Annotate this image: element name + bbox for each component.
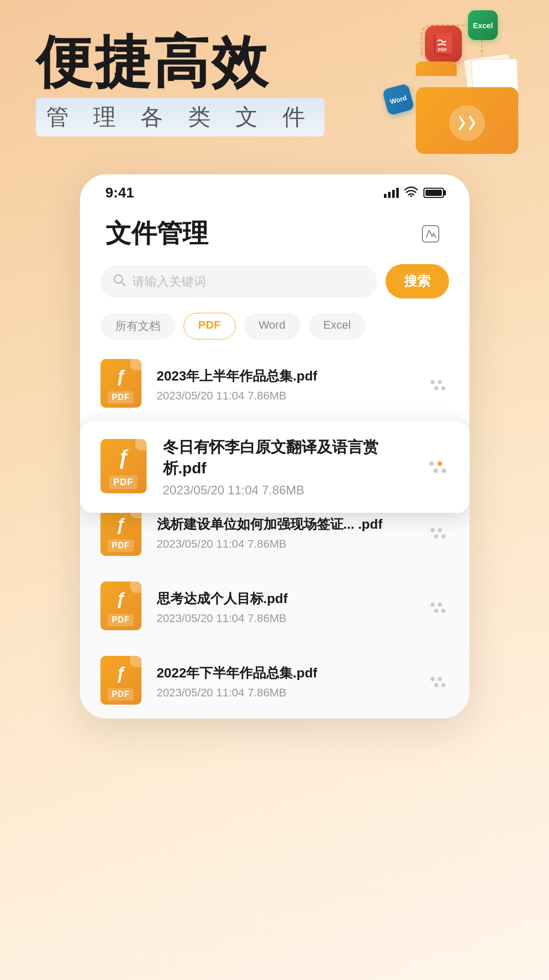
svg-point-11 <box>429 462 434 466</box>
search-placeholder: 请输入关键词 <box>132 273 206 290</box>
more-icon-5[interactable] <box>426 596 449 618</box>
pdf-label-1: PDF <box>108 391 134 404</box>
pdf-icon-5: ƒ PDF <box>100 582 147 633</box>
file-info-highlighted: 冬日有怀李白原文翻译及语言赏析.pdf 2023/05/20 11:04 7.8… <box>163 437 415 497</box>
svg-text:PDF: PDF <box>438 47 448 52</box>
status-time: 9:41 <box>106 185 134 201</box>
file-info-6: 2022年下半年作品总集.pdf 2023/05/20 11:04 7.86MB <box>157 664 416 699</box>
svg-point-23 <box>431 603 435 607</box>
file-meta-4: 2023/05/20 11:04 7.86MB <box>157 537 416 551</box>
pdf-label-4: PDF <box>108 539 134 552</box>
search-input-wrap[interactable]: 请输入关键词 <box>100 265 377 298</box>
hero-section: 便捷高效 管 理 各 类 文 件 PDF Excel Word <box>0 0 549 174</box>
svg-point-24 <box>438 603 442 607</box>
svg-point-20 <box>438 528 442 532</box>
highlighted-file-card[interactable]: ƒ PDF 冬日有怀李白原文翻译及语言赏析.pdf 2023/05/20 11:… <box>80 422 470 513</box>
app-title: 文件管理 <box>106 216 208 251</box>
file-name-6: 2022年下半年作品总集.pdf <box>157 664 416 682</box>
svg-point-28 <box>438 677 442 681</box>
pdf-icon-4: ƒ PDF <box>100 507 147 558</box>
svg-point-21 <box>434 534 438 538</box>
tab-word[interactable]: Word <box>244 313 300 339</box>
pdf-icon-highlighted: ƒ PDF <box>100 439 152 495</box>
hero-subtitle: 管 理 各 类 文 件 <box>36 98 324 136</box>
pdf-label-h: PDF <box>109 475 137 489</box>
file-name-1: 2023年上半年作品总集.pdf <box>157 367 416 385</box>
svg-point-3 <box>410 195 412 197</box>
svg-point-22 <box>441 534 445 538</box>
more-icon-4[interactable] <box>426 522 449 544</box>
svg-line-6 <box>121 282 125 286</box>
file-meta-5: 2023/05/20 11:04 7.86MB <box>157 612 416 625</box>
svg-point-27 <box>431 677 435 681</box>
file-item-5[interactable]: ƒ PDF 思考达成个人目标.pdf 2023/05/20 11:04 7.86… <box>100 570 449 645</box>
svg-point-9 <box>434 386 438 390</box>
tab-excel[interactable]: Excel <box>309 313 366 339</box>
excel-label: Excel <box>473 21 493 30</box>
folder-icon <box>416 72 518 154</box>
app-header: 文件管理 <box>80 206 470 256</box>
tab-all-docs[interactable]: 所有文档 <box>100 313 175 339</box>
search-container: 请输入关键词 搜索 <box>80 256 470 307</box>
file-name-4: 浅析建设单位如何加强现场签证... .pdf <box>157 515 416 533</box>
search-button[interactable]: 搜索 <box>385 264 449 298</box>
svg-point-14 <box>441 469 446 473</box>
file-list-top: ƒ PDF 2023年上半年作品总集.pdf 2023/05/20 11:04 … <box>80 348 470 422</box>
wifi-icon <box>404 186 418 200</box>
svg-point-12 <box>437 462 442 466</box>
file-item-1[interactable]: ƒ PDF 2023年上半年作品总集.pdf 2023/05/20 11:04 … <box>100 348 449 422</box>
edit-icon[interactable] <box>417 221 444 247</box>
status-bar: 9:41 <box>80 174 470 206</box>
pdf-label-6: PDF <box>108 688 134 701</box>
search-icon <box>113 273 126 290</box>
svg-point-26 <box>441 609 445 613</box>
file-name-5: 思考达成个人目标.pdf <box>157 590 416 608</box>
word-badge-icon: Word <box>382 83 415 116</box>
svg-point-30 <box>441 683 445 687</box>
svg-point-29 <box>434 683 438 687</box>
svg-point-7 <box>431 380 435 384</box>
hero-floating-icons: PDF Excel Word <box>375 10 528 154</box>
word-label: Word <box>389 93 408 105</box>
signal-icon <box>384 188 399 198</box>
filter-tabs: 所有文档 PDF Word Excel <box>80 307 470 348</box>
file-name-highlighted: 冬日有怀李白原文翻译及语言赏析.pdf <box>163 437 415 479</box>
svg-point-19 <box>431 528 435 532</box>
folder-arrow-icon <box>449 105 485 141</box>
phone-mockup: 9:41 文件管理 <box>80 174 470 718</box>
svg-point-10 <box>441 386 445 390</box>
excel-badge-icon: Excel <box>468 10 498 40</box>
file-item-6[interactable]: ƒ PDF 2022年下半年作品总集.pdf 2023/05/20 11:04 … <box>100 645 449 718</box>
file-info-4: 浅析建设单位如何加强现场签证... .pdf 2023/05/20 11:04 … <box>157 515 416 551</box>
svg-point-8 <box>438 380 442 384</box>
folder-body <box>416 87 518 154</box>
svg-point-25 <box>434 609 438 613</box>
folder-tab <box>416 62 457 76</box>
status-icons <box>384 186 444 200</box>
pdf-icon-6: ƒ PDF <box>100 656 147 707</box>
more-icon-6[interactable] <box>426 670 449 693</box>
file-meta-highlighted: 2023/05/20 11:04 7.86MB <box>163 483 415 497</box>
file-info-1: 2023年上半年作品总集.pdf 2023/05/20 11:04 7.86MB <box>157 367 416 403</box>
more-icon-highlighted[interactable] <box>426 456 449 478</box>
tab-pdf[interactable]: PDF <box>184 313 236 339</box>
file-meta-1: 2023/05/20 11:04 7.86MB <box>157 389 416 403</box>
svg-point-13 <box>433 469 438 473</box>
file-info-5: 思考达成个人目标.pdf 2023/05/20 11:04 7.86MB <box>157 590 416 625</box>
pdf-icon-1: ƒ PDF <box>100 359 147 410</box>
more-icon-1[interactable] <box>426 373 449 396</box>
pdf-label-5: PDF <box>108 614 134 626</box>
battery-icon <box>423 188 444 198</box>
file-meta-6: 2023/05/20 11:04 7.86MB <box>157 686 416 699</box>
